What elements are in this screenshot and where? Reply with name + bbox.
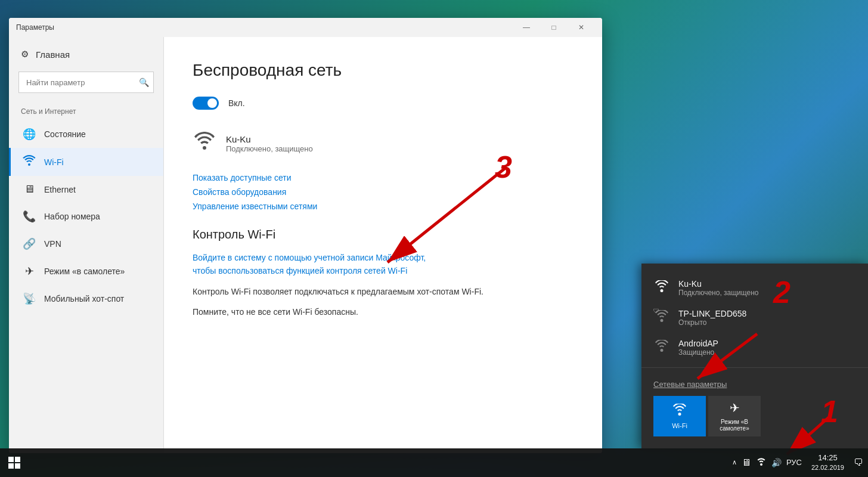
flyout-kuku-info: Ku-Ku Подключено, защищено bbox=[678, 279, 759, 297]
flyout-bottom: Сетевые параметры Wi-Fi ✈ Режим «В самол… bbox=[641, 373, 868, 439]
sidebar-item-dialup[interactable]: 📞 Набор номера bbox=[9, 203, 163, 230]
phone-icon: 📞 bbox=[23, 210, 36, 223]
language-label: РУС bbox=[786, 458, 802, 467]
flyout-quick-actions: Wi-Fi ✈ Режим «В самолете» bbox=[653, 396, 856, 436]
start-button[interactable] bbox=[0, 448, 29, 477]
svg-rect-6 bbox=[8, 463, 14, 469]
titlebar: Параметры — □ ✕ bbox=[9, 18, 602, 37]
sidebar-search-container: 🔍 bbox=[18, 72, 154, 93]
adapter-properties-link[interactable]: Свойства оборудования bbox=[193, 187, 574, 197]
flyout-tplink-name: TP-LINK_EDD658 bbox=[678, 309, 746, 318]
flyout-androidap-info: AndroidAP Защищено bbox=[678, 339, 718, 357]
flyout-divider bbox=[641, 367, 868, 368]
flyout-kuku-name: Ku-Ku bbox=[678, 279, 759, 289]
taskbar-clock[interactable]: 14:25 22.02.2019 bbox=[807, 453, 849, 473]
window-title: Параметры bbox=[16, 23, 513, 32]
svg-rect-7 bbox=[15, 463, 20, 469]
wifi-control-desc1: Контроль Wi-Fi позволяет подключаться к … bbox=[193, 285, 574, 298]
sidebar-item-wifi-label: Wi-Fi bbox=[44, 157, 64, 167]
hotspot-icon: 📡 bbox=[23, 292, 36, 305]
monitor-icon[interactable]: 🖥 bbox=[742, 457, 751, 468]
flyout-androidap-status: Защищено bbox=[678, 348, 718, 357]
quick-wifi-button[interactable]: Wi-Fi bbox=[653, 396, 706, 436]
vpn-icon: 🔗 bbox=[23, 237, 36, 250]
flyout-wifi-icon-kuku bbox=[653, 280, 670, 296]
sidebar-item-status[interactable]: 🌐 Состояние bbox=[9, 120, 163, 148]
page-title: Беспроводная сеть bbox=[193, 61, 574, 80]
wifi-toggle[interactable] bbox=[193, 97, 219, 110]
quick-airplane-button[interactable]: ✈ Режим «В самолете» bbox=[708, 396, 761, 436]
flyout-network-kuku[interactable]: Ku-Ku Подключено, защищено bbox=[641, 273, 868, 303]
sidebar-home-label: Главная bbox=[36, 49, 70, 60]
sidebar-item-vpn[interactable]: 🔗 VPN bbox=[9, 230, 163, 258]
search-icon: 🔍 bbox=[139, 78, 149, 87]
flyout-network-tplink[interactable]: 🛡 TP-LINK_EDD658 Открыто bbox=[641, 303, 868, 333]
search-input[interactable] bbox=[18, 72, 154, 93]
svg-rect-5 bbox=[15, 457, 20, 462]
flyout-tplink-info: TP-LINK_EDD658 Открыто bbox=[678, 309, 746, 327]
quick-wifi-label: Wi-Fi bbox=[672, 422, 687, 429]
network-status: Подключено, защищено bbox=[226, 144, 313, 153]
wifi-signal-icon bbox=[193, 131, 216, 156]
sidebar-item-status-label: Состояние bbox=[44, 129, 86, 139]
svg-rect-4 bbox=[8, 457, 14, 462]
airplane-icon: ✈ bbox=[23, 265, 36, 278]
connected-network-card: Ku-Ku Подключено, защищено bbox=[193, 126, 574, 161]
wifi-control-desc2: Помните, что не все сети Wi-Fi безопасны… bbox=[193, 305, 574, 318]
notification-icon[interactable]: 🗨 bbox=[854, 457, 863, 468]
taskbar-right: ∧ 🖥 🔊 РУС 14:25 22.02.2019 🗨 bbox=[732, 453, 868, 473]
flyout-tplink-status: Открыто bbox=[678, 318, 746, 327]
flyout-wifi-icon-tplink: 🛡 bbox=[653, 310, 670, 326]
sidebar-item-ethernet[interactable]: 🖥 Ethernet bbox=[9, 176, 163, 203]
sidebar-item-airplane-label: Режим «в самолете» bbox=[44, 267, 125, 276]
taskbar-date: 22.02.2019 bbox=[811, 463, 844, 472]
flyout-network-androidap[interactable]: AndroidAP Защищено bbox=[641, 333, 868, 363]
sidebar-item-dialup-label: Набор номера bbox=[44, 212, 100, 221]
sidebar-item-wifi[interactable]: Wi-Fi bbox=[9, 148, 163, 176]
wifi-control-login-link[interactable]: Войдите в систему с помощью учетной запи… bbox=[193, 251, 574, 278]
volume-icon[interactable]: 🔊 bbox=[771, 458, 782, 467]
sidebar-home[interactable]: ⚙ Главная bbox=[9, 42, 163, 67]
sidebar: ⚙ Главная 🔍 Сеть и Интернет 🌐 Состояние bbox=[9, 37, 164, 453]
desktop: Параметры — □ ✕ ⚙ Главная 🔍 Сеть и Интер… bbox=[0, 0, 868, 477]
taskbar-time: 14:25 bbox=[811, 453, 844, 463]
minimize-button[interactable]: — bbox=[513, 18, 540, 37]
sidebar-item-hotspot[interactable]: 📡 Мобильный хот-спот bbox=[9, 285, 163, 312]
flyout-kuku-status: Подключено, защищено bbox=[678, 289, 759, 297]
sidebar-item-airplane[interactable]: ✈ Режим «в самолете» bbox=[9, 258, 163, 285]
window-body: ⚙ Главная 🔍 Сеть и Интернет 🌐 Состояние bbox=[9, 37, 602, 453]
ethernet-icon: 🖥 bbox=[23, 183, 36, 196]
gear-icon: ⚙ bbox=[21, 49, 29, 60]
sidebar-item-ethernet-label: Ethernet bbox=[44, 185, 76, 194]
close-button[interactable]: ✕ bbox=[568, 18, 595, 37]
network-flyout: Ku-Ku Подключено, защищено 🛡 TP-LINK_EDD… bbox=[641, 264, 868, 448]
manage-known-link[interactable]: Управление известными сетями bbox=[193, 202, 574, 211]
main-content: Беспроводная сеть Вкл. Ku-Ku Подключено,… bbox=[164, 37, 602, 453]
section-label: Сеть и Интернет bbox=[9, 98, 163, 120]
network-name: Ku-Ku bbox=[226, 134, 313, 144]
show-networks-link[interactable]: Показать доступные сети bbox=[193, 173, 574, 182]
settings-window: Параметры — □ ✕ ⚙ Главная 🔍 Сеть и Интер… bbox=[9, 18, 602, 453]
quick-airplane-label: Режим «В самолете» bbox=[708, 419, 761, 432]
flyout-androidap-name: AndroidAP bbox=[678, 339, 718, 348]
sidebar-item-vpn-label: VPN bbox=[44, 239, 61, 249]
sidebar-item-hotspot-label: Мобильный хот-спот bbox=[44, 294, 124, 303]
maximize-button[interactable]: □ bbox=[540, 18, 568, 37]
taskbar-wifi-icon[interactable] bbox=[756, 457, 767, 469]
chevron-icon[interactable]: ∧ bbox=[732, 459, 737, 466]
wifi-control-subtitle: Контроль Wi-Fi bbox=[193, 228, 574, 241]
wifi-icon bbox=[23, 155, 36, 169]
wifi-toggle-row: Вкл. bbox=[193, 97, 574, 110]
quick-airplane-icon: ✈ bbox=[730, 401, 740, 415]
flyout-wifi-icon-androidap bbox=[653, 340, 670, 355]
window-controls: — □ ✕ bbox=[513, 18, 595, 37]
quick-wifi-icon bbox=[672, 404, 687, 419]
network-info: Ku-Ku Подключено, защищено bbox=[226, 134, 313, 153]
taskbar: ∧ 🖥 🔊 РУС 14:25 22.02.2019 🗨 bbox=[0, 448, 868, 477]
flyout-settings-link[interactable]: Сетевые параметры bbox=[653, 380, 856, 389]
toggle-label: Вкл. bbox=[228, 98, 245, 108]
globe-icon: 🌐 bbox=[23, 128, 36, 141]
